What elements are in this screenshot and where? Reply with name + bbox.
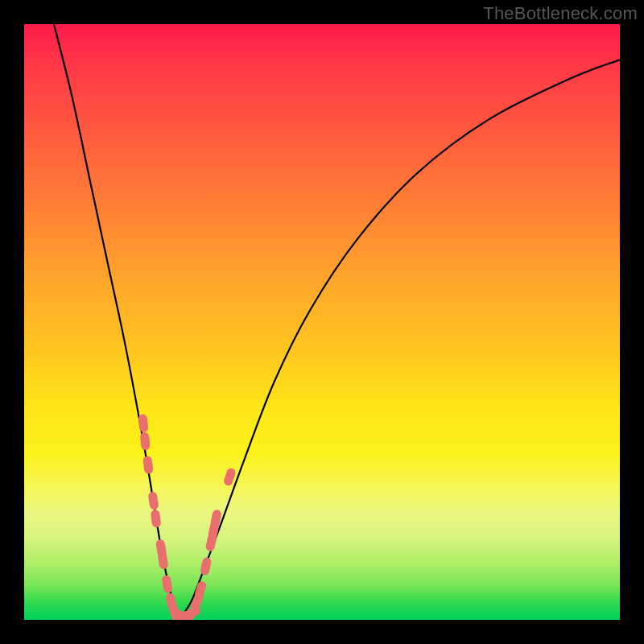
marker-point: [199, 586, 201, 595]
marker-point: [155, 514, 156, 523]
marker-point: [167, 580, 168, 588]
marker-point: [213, 526, 214, 535]
marker-point: [204, 562, 206, 571]
marker-point: [215, 514, 217, 523]
marker-point: [160, 544, 162, 553]
curve-left-branch: [54, 24, 179, 620]
curve-right-branch: [179, 60, 620, 620]
marker-point: [188, 611, 196, 615]
plot-area: [24, 24, 620, 620]
chart-frame: TheBottleneck.com: [0, 0, 644, 644]
marker-point: [195, 598, 198, 606]
marker-point: [229, 473, 231, 481]
marker-point: [163, 556, 164, 565]
marker-point: [153, 497, 155, 506]
watermark-text: TheBottleneck.com: [483, 3, 638, 24]
curve-layer: [24, 24, 620, 620]
marker-point: [145, 437, 146, 446]
marker-point: [147, 460, 148, 469]
marker-group: [142, 419, 231, 617]
marker-point: [210, 538, 212, 547]
marker-point: [142, 419, 143, 427]
